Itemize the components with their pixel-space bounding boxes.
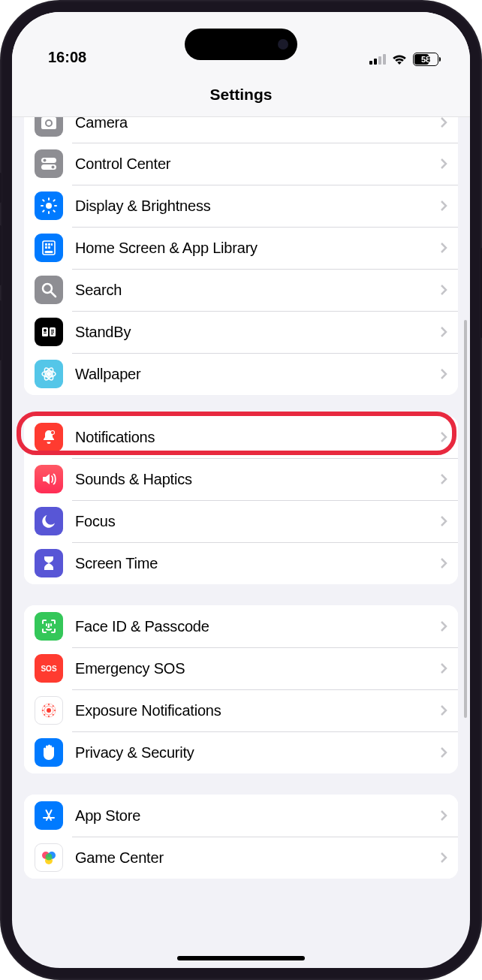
moon-icon xyxy=(35,507,63,535)
speaker-icon xyxy=(35,465,63,493)
settings-section: App StoreGame Center xyxy=(24,795,458,879)
row-label: App Store xyxy=(75,807,440,825)
chevron-right-icon xyxy=(440,473,447,485)
settings-row-notifications[interactable]: Notifications xyxy=(24,416,458,458)
row-label: Focus xyxy=(75,513,440,530)
chevron-right-icon xyxy=(440,620,447,632)
settings-row-display-brightness[interactable]: Display & Brightness xyxy=(24,185,458,227)
chevron-right-icon xyxy=(440,117,447,128)
chevron-right-icon xyxy=(440,368,447,380)
row-label: Wallpaper xyxy=(75,366,440,383)
settings-list[interactable]: CameraControl CenterDisplay & Brightness… xyxy=(12,117,470,968)
row-label: Emergency SOS xyxy=(75,660,440,677)
chevron-right-icon xyxy=(440,852,447,864)
row-label: Display & Brightness xyxy=(75,198,440,215)
device-frame: 16:08 58 Settings CameraControl CenterDi… xyxy=(0,0,482,980)
row-label: Sounds & Haptics xyxy=(75,471,440,488)
status-icons: 58 xyxy=(369,53,438,66)
settings-row-game-center[interactable]: Game Center xyxy=(24,837,458,879)
hourglass-icon xyxy=(35,549,63,577)
cellular-signal-icon xyxy=(369,54,386,65)
settings-row-face-id[interactable]: Face ID & Passcode xyxy=(24,605,458,647)
settings-row-privacy[interactable]: Privacy & Security xyxy=(24,731,458,773)
chevron-right-icon xyxy=(440,326,447,338)
chevron-right-icon xyxy=(440,810,447,822)
exposure-icon xyxy=(35,696,63,725)
settings-row-app-store[interactable]: App Store xyxy=(24,795,458,837)
chevron-right-icon xyxy=(440,557,447,569)
standby-icon xyxy=(35,318,63,346)
row-label: Privacy & Security xyxy=(75,744,440,761)
row-label: Face ID & Passcode xyxy=(75,618,440,635)
battery-icon: 58 xyxy=(413,53,438,66)
settings-row-camera[interactable]: Camera xyxy=(24,117,458,143)
sos-icon xyxy=(35,654,63,683)
screen: 16:08 58 Settings CameraControl CenterDi… xyxy=(12,12,470,968)
settings-row-sounds-haptics[interactable]: Sounds & Haptics xyxy=(24,458,458,500)
chevron-right-icon xyxy=(440,284,447,296)
battery-percent: 58 xyxy=(414,55,438,64)
gamecenter-icon xyxy=(35,843,63,872)
volume-down-button xyxy=(0,300,2,360)
row-label: StandBy xyxy=(75,324,440,341)
chevron-right-icon xyxy=(440,746,447,758)
settings-section: Face ID & PasscodeEmergency SOSExposure … xyxy=(24,605,458,773)
settings-row-search[interactable]: Search xyxy=(24,269,458,311)
row-label: Control Center xyxy=(75,155,440,173)
camera-icon xyxy=(35,117,63,137)
row-label: Notifications xyxy=(75,429,440,446)
wifi-icon xyxy=(392,54,407,65)
settings-row-standby[interactable]: StandBy xyxy=(24,311,458,353)
chevron-right-icon xyxy=(440,431,447,443)
row-label: Home Screen & App Library xyxy=(75,240,440,257)
status-time: 16:08 xyxy=(48,49,86,66)
settings-row-emergency-sos[interactable]: Emergency SOS xyxy=(24,647,458,689)
row-label: Screen Time xyxy=(75,555,440,572)
row-label: Exposure Notifications xyxy=(75,702,440,719)
toggle-icon xyxy=(35,149,63,178)
chevron-right-icon xyxy=(440,662,447,674)
search-icon xyxy=(35,276,63,304)
appstore-icon xyxy=(35,801,63,830)
silent-switch xyxy=(0,173,2,203)
faceid-icon xyxy=(35,612,63,641)
brightness-icon xyxy=(35,191,63,220)
homegrid-icon xyxy=(35,234,63,262)
home-indicator[interactable] xyxy=(177,956,305,960)
scroll-indicator xyxy=(464,320,467,718)
row-label: Camera xyxy=(75,117,440,131)
nav-header: Settings xyxy=(12,72,470,117)
settings-row-control-center[interactable]: Control Center xyxy=(24,143,458,185)
settings-section: NotificationsSounds & HapticsFocusScreen… xyxy=(24,416,458,584)
settings-row-screen-time[interactable]: Screen Time xyxy=(24,542,458,584)
settings-row-home-screen[interactable]: Home Screen & App Library xyxy=(24,227,458,269)
settings-row-focus[interactable]: Focus xyxy=(24,500,458,542)
chevron-right-icon xyxy=(440,200,447,212)
settings-row-exposure[interactable]: Exposure Notifications xyxy=(24,689,458,731)
page-title: Settings xyxy=(210,86,273,104)
settings-section: CameraControl CenterDisplay & Brightness… xyxy=(24,117,458,395)
row-label: Game Center xyxy=(75,849,440,867)
wallpaper-icon xyxy=(35,360,63,388)
chevron-right-icon xyxy=(440,158,447,170)
dynamic-island xyxy=(185,29,297,60)
bell-icon xyxy=(35,423,63,451)
volume-up-button xyxy=(0,225,2,285)
chevron-right-icon xyxy=(440,515,447,527)
settings-row-wallpaper[interactable]: Wallpaper xyxy=(24,353,458,395)
row-label: Search xyxy=(75,282,440,299)
chevron-right-icon xyxy=(440,704,447,716)
chevron-right-icon xyxy=(440,242,447,254)
hand-icon xyxy=(35,738,63,767)
